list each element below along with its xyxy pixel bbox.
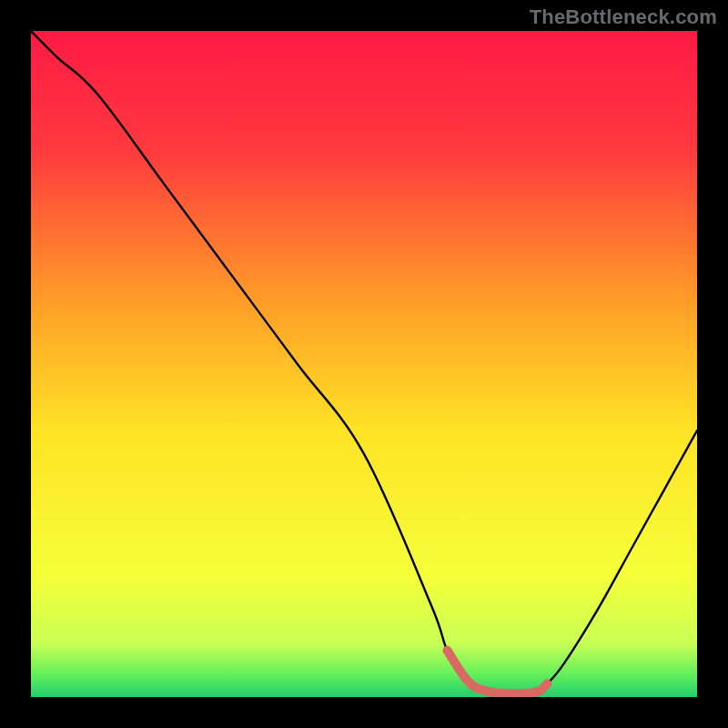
watermark-text: TheBottleneck.com	[530, 5, 717, 29]
outer-frame: TheBottleneck.com	[0, 0, 728, 728]
plot-area	[31, 31, 697, 697]
chart-svg	[31, 31, 697, 697]
gradient-background	[31, 31, 697, 697]
